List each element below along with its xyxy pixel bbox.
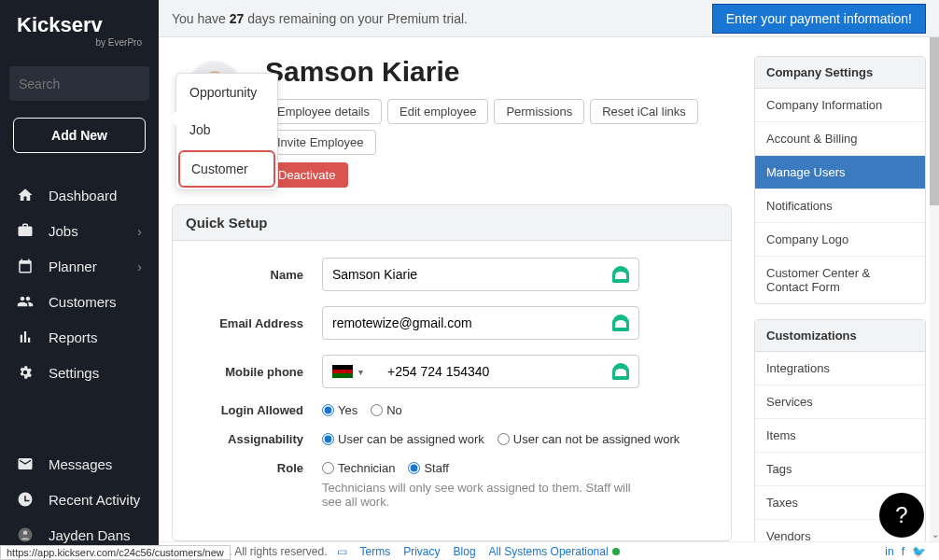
quick-setup-panel: Quick Setup Name Email Address [172, 204, 732, 541]
sidebar-item-manage-users[interactable]: Manage Users [755, 156, 925, 189]
social-links: in f 🐦 [885, 545, 926, 558]
nav-planner[interactable]: Planner › [0, 248, 159, 284]
role-hint: Technicians will only see work assigned … [322, 481, 639, 509]
status-bar-url: https://app.kickserv.com/c24c56/customer… [0, 545, 231, 560]
nav-reports[interactable]: Reports [0, 319, 159, 355]
calendar-icon [17, 258, 35, 274]
add-new-popover: Opportunity Job Customer [175, 73, 278, 190]
sidebar-item-company-info[interactable]: Company Information [755, 89, 925, 122]
email-input-wrapper[interactable] [322, 306, 639, 340]
nav-recent-activity[interactable]: Recent Activity [0, 482, 159, 517]
chevron-down-icon[interactable]: ▾ [358, 367, 363, 377]
verified-icon [612, 315, 629, 331]
company-settings-panel: Company Settings Company Information Acc… [754, 56, 926, 304]
trial-message: You have 27 days remaining on your Premi… [172, 11, 468, 26]
permissions-button[interactable]: Permissions [494, 99, 584, 124]
login-allowed-label: Login Allowed [191, 403, 322, 417]
sidebar-item-services[interactable]: Services [755, 385, 925, 419]
reset-ical-button[interactable]: Reset iCal links [590, 99, 698, 124]
quick-setup-header: Quick Setup [173, 205, 731, 241]
add-new-button[interactable]: Add New [13, 118, 146, 153]
edit-employee-button[interactable]: Edit employee [387, 99, 488, 124]
footer: 25 Kickserv. All rights reserved. ▭ Term… [159, 541, 939, 560]
briefcase-icon [17, 222, 35, 239]
role-staff-radio[interactable]: Staff [408, 461, 449, 475]
nav-label: Dashboard [49, 188, 117, 203]
email-label: Email Address [191, 316, 322, 330]
people-icon [17, 293, 35, 310]
footer-terms-link[interactable]: Terms [360, 545, 391, 558]
assignability-label: Assignability [191, 432, 322, 446]
company-settings-header: Company Settings [755, 57, 925, 89]
nav-label: Jobs [49, 223, 78, 239]
nav-settings[interactable]: Settings [0, 355, 159, 390]
nav-label: Recent Activity [49, 492, 140, 508]
employee-details-button[interactable]: Employee details [265, 99, 382, 124]
nav-jobs[interactable]: Jobs › [0, 213, 159, 248]
sidebar: Kickserv by EverPro Add New Dashboard Jo… [0, 0, 159, 560]
envelope-icon [17, 455, 35, 472]
mobile-label: Mobile phone [191, 365, 322, 379]
help-button[interactable]: ? [879, 493, 924, 538]
mobile-input[interactable] [369, 364, 607, 379]
brand-logo[interactable]: Kickserv by EverPro [0, 0, 159, 55]
nav-list: Dashboard Jobs › Planner › Customers Rep… [0, 166, 159, 560]
nav-dashboard[interactable]: Dashboard [0, 177, 159, 213]
nav-label: Planner [49, 259, 97, 274]
login-no-radio[interactable]: No [371, 403, 402, 417]
country-flag-icon[interactable] [332, 365, 353, 378]
assign-no-radio[interactable]: User can not be assigned work [498, 432, 680, 446]
chevron-right-icon: › [137, 223, 142, 239]
enter-payment-button[interactable]: Enter your payment information! [712, 4, 926, 34]
nav-label: Settings [49, 365, 99, 381]
invite-employee-button[interactable]: Invite Employee [265, 130, 376, 155]
name-input[interactable] [332, 267, 607, 282]
twitter-icon[interactable]: 🐦 [912, 545, 926, 558]
sidebar-item-notifications[interactable]: Notifications [755, 189, 925, 223]
popover-opportunity[interactable]: Opportunity [176, 74, 277, 111]
action-buttons: Employee details Edit employee Permissio… [265, 99, 732, 155]
customizations-header: Customizations [755, 320, 925, 352]
login-yes-radio[interactable]: Yes [322, 403, 357, 417]
role-label: Role [191, 461, 322, 475]
gear-icon [17, 364, 35, 381]
home-icon [17, 187, 35, 203]
search-input[interactable] [19, 77, 182, 91]
sidebar-item-company-logo[interactable]: Company Logo [755, 223, 925, 257]
name-label: Name [191, 268, 322, 282]
verified-icon [612, 266, 629, 283]
sidebar-item-customer-center[interactable]: Customer Center & Contact Form [755, 257, 925, 303]
nav-label: Reports [49, 329, 98, 345]
verified-icon [612, 363, 629, 380]
sidebar-item-tags[interactable]: Tags [755, 453, 925, 486]
facebook-icon[interactable]: f [902, 545, 904, 558]
page-title: Samson Kiarie [265, 56, 732, 88]
email-input[interactable] [332, 315, 607, 330]
chevron-right-icon: › [137, 259, 142, 274]
footer-status-link[interactable]: All Systems Operational [489, 545, 609, 558]
assign-yes-radio[interactable]: User can be assigned work [322, 432, 484, 446]
nav-customers[interactable]: Customers [0, 284, 159, 319]
search-input-container[interactable] [9, 66, 149, 101]
nav-label: Messages [49, 456, 112, 472]
brand-name: Kickserv [17, 15, 142, 35]
brand-subtitle: by EverPro [17, 37, 142, 48]
role-technician-radio[interactable]: Technician [322, 461, 395, 475]
card-icon: ▭ [337, 545, 347, 558]
popover-customer[interactable]: Customer [178, 150, 275, 188]
mobile-input-wrapper[interactable]: ▾ [322, 355, 639, 388]
linkedin-icon[interactable]: in [885, 545, 893, 558]
nav-label: Jayden Dans [49, 527, 131, 543]
chart-icon [17, 329, 35, 345]
name-input-wrapper[interactable] [322, 258, 639, 291]
sidebar-item-integrations[interactable]: Integrations [755, 352, 925, 385]
sidebar-item-account-billing[interactable]: Account & Billing [755, 122, 925, 156]
sidebar-item-items[interactable]: Items [755, 419, 925, 453]
footer-blog-link[interactable]: Blog [454, 545, 476, 558]
avatar-icon [17, 526, 35, 543]
nav-messages[interactable]: Messages [0, 446, 159, 482]
popover-job[interactable]: Job [176, 111, 277, 148]
svg-point-1 [23, 531, 28, 536]
footer-privacy-link[interactable]: Privacy [403, 545, 440, 558]
clock-icon [17, 491, 35, 508]
